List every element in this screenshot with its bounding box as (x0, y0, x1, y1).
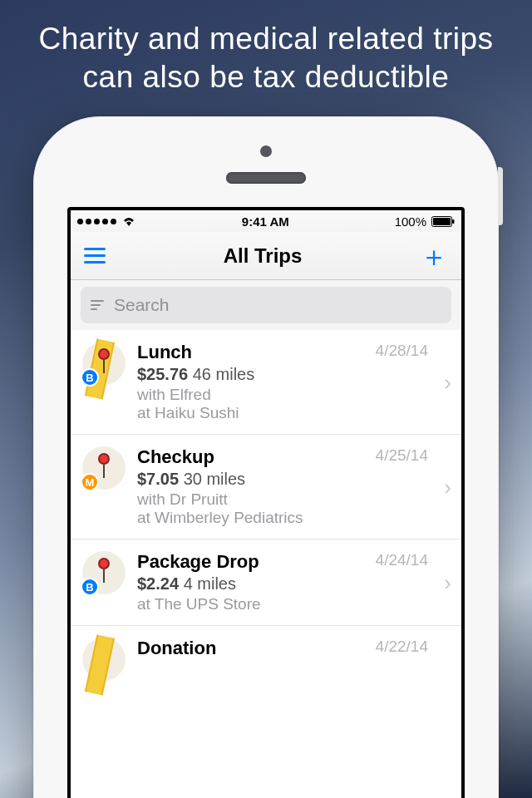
trip-at: at Haiku Sushi (137, 404, 453, 422)
nav-bar: All Trips ＋ (71, 232, 461, 280)
trip-miles: 30 miles (184, 470, 245, 488)
trip-at: at The UPS Store (137, 595, 453, 613)
page-title: All Trips (224, 244, 303, 268)
filter-lines-icon (91, 300, 104, 310)
promo-line1: Charity and medical related trips (38, 22, 493, 56)
search-container: Search (71, 280, 461, 330)
chevron-right-icon: › (444, 569, 451, 595)
trip-amount: $2.24 (137, 574, 179, 593)
trip-amount: $7.05 (137, 470, 179, 488)
chevron-right-icon: › (444, 369, 451, 395)
trips-list: B Lunch $25.76 46 miles with Elfred at H… (71, 330, 461, 798)
category-badge: B (81, 368, 99, 387)
trip-thumbnail: B (82, 551, 126, 594)
search-input[interactable]: Search (81, 287, 451, 323)
trip-miles: 4 miles (184, 574, 236, 593)
trip-thumbnail: B (82, 342, 126, 385)
map-pin-icon (98, 453, 110, 478)
svg-rect-1 (433, 218, 451, 225)
trip-date: 4/24/14 (376, 551, 428, 569)
category-badge: B (81, 578, 99, 596)
trip-with: with Dr Pruitt (137, 490, 453, 509)
trip-date: 4/22/14 (376, 638, 428, 656)
trip-miles: 46 miles (193, 365, 254, 383)
trip-row[interactable]: Donation 4/22/14 (71, 626, 461, 681)
svg-rect-2 (452, 219, 455, 224)
trip-at: at Wimberley Pediatrics (137, 509, 453, 527)
app-screen: 9:41 AM 100% All Trips ＋ Search (67, 207, 465, 798)
trip-row[interactable]: M Checkup $7.05 30 miles with Dr Pruitt … (71, 435, 461, 539)
map-pin-icon (98, 348, 110, 373)
phone-frame: 9:41 AM 100% All Trips ＋ Search (33, 116, 499, 798)
phone-camera (260, 145, 272, 157)
phone-speaker (226, 172, 306, 184)
trip-date: 4/25/14 (376, 446, 428, 465)
trip-row[interactable]: B Lunch $25.76 46 miles with Elfred at H… (71, 330, 461, 435)
add-button[interactable]: ＋ (420, 242, 448, 270)
signal-dots-icon (77, 219, 116, 224)
trip-with: with Elfred (137, 386, 453, 404)
status-time: 9:41 AM (242, 214, 289, 229)
battery-percent: 100% (395, 214, 426, 229)
status-bar: 9:41 AM 100% (71, 210, 461, 232)
battery-icon (431, 216, 455, 227)
category-badge: M (81, 473, 99, 491)
promo-caption: Charity and medical related trips can al… (0, 0, 532, 97)
chevron-right-icon: › (444, 474, 451, 500)
trip-date: 4/28/14 (376, 342, 428, 360)
trip-amount: $25.76 (137, 365, 188, 383)
trip-row[interactable]: B Package Drop $2.24 4 miles at The UPS … (71, 539, 461, 626)
trip-thumbnail: M (82, 446, 126, 490)
promo-line2-prefix: can also be (83, 60, 254, 94)
search-placeholder: Search (114, 295, 170, 315)
promo-line2-bold: tax deductible (254, 60, 449, 94)
menu-button[interactable] (84, 248, 106, 264)
trip-thumbnail (82, 638, 126, 681)
map-pin-icon (98, 558, 110, 583)
wifi-icon (121, 215, 136, 227)
